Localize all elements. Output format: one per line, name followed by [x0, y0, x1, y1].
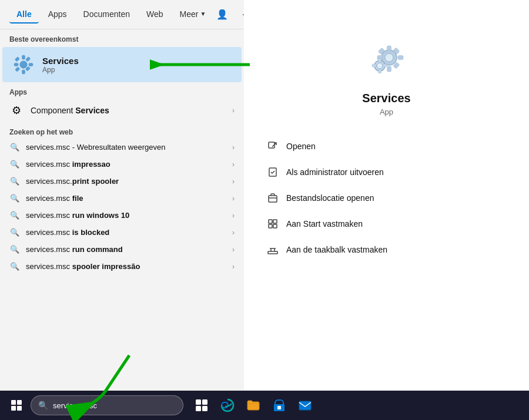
web-item-text-5: services.msc is blocked [26, 228, 226, 237]
svg-rect-48 [299, 401, 311, 410]
tab-alle[interactable]: Alle [9, 6, 39, 23]
taskbar-search-box[interactable]: 🔍 services.msc [31, 395, 183, 415]
svg-rect-25 [372, 64, 376, 67]
svg-rect-41 [17, 406, 22, 411]
web-item-2[interactable]: 🔍 services.msc.print spooler › [0, 173, 244, 190]
svg-point-12 [385, 53, 393, 62]
web-item-text-3: services.msc file [26, 194, 226, 203]
apps-section-label: Apps [0, 82, 244, 99]
svg-rect-26 [383, 64, 387, 67]
chevron-right-icon-1: › [232, 160, 235, 169]
tab-documenten[interactable]: Documenten [76, 6, 137, 23]
svg-rect-38 [11, 400, 16, 405]
svg-rect-14 [387, 66, 391, 72]
web-item-4[interactable]: 🔍 services.msc run windows 10 › [0, 207, 244, 224]
web-item-7[interactable]: 🔍 services.msc spooler impressão › [0, 258, 244, 275]
profile-icon-button[interactable]: 👤 [213, 5, 232, 24]
svg-rect-16 [398, 56, 403, 60]
action-pin-start[interactable]: Aan Start vastmaken [262, 211, 511, 236]
tab-meer[interactable]: Meer ▼ [173, 6, 213, 23]
svg-rect-42 [196, 399, 201, 405]
component-services-item[interactable]: ⚙ Component Services › [0, 99, 244, 122]
taskbar: 🔍 services.msc [0, 391, 529, 420]
tab-apps[interactable]: Apps [41, 6, 74, 23]
chevron-right-icon-3: › [232, 194, 235, 203]
mail-button[interactable] [294, 394, 316, 416]
right-app-type: App [380, 107, 393, 116]
web-item-text-4: services.msc run windows 10 [26, 211, 226, 220]
task-view-button[interactable] [190, 394, 213, 416]
taskbar-search-icon: 🔍 [38, 401, 48, 410]
services-app-icon [12, 53, 35, 76]
edge-button[interactable] [216, 394, 239, 416]
best-match-item[interactable]: Services App [2, 47, 242, 82]
action-location-text: Bestandslocatie openen [286, 193, 374, 203]
pin-taskbar-icon [266, 243, 279, 256]
svg-rect-32 [273, 220, 277, 223]
web-item-6[interactable]: 🔍 services.msc run command › [0, 241, 244, 258]
tabs-left: Alle Apps Documenten Web Meer ▼ [9, 6, 213, 23]
tabs-bar: Alle Apps Documenten Web Meer ▼ 👤 ··· [0, 0, 244, 29]
action-admin[interactable]: Als administrator uitvoeren [262, 160, 511, 184]
svg-rect-35 [268, 251, 277, 254]
action-admin-text: Als administrator uitvoeren [286, 167, 384, 177]
action-pin-start-text: Aan Start vastmaken [286, 219, 363, 229]
svg-rect-7 [15, 67, 19, 72]
action-open[interactable]: Openen [262, 134, 511, 159]
svg-rect-45 [202, 406, 207, 411]
search-icon-5: 🔍 [9, 228, 20, 237]
chevron-right-icon-5: › [232, 229, 235, 237]
web-item-5[interactable]: 🔍 services.msc is blocked › [0, 224, 244, 241]
action-open-text: Openen [286, 142, 316, 151]
chevron-right-icon-7: › [232, 263, 235, 271]
search-icon-2: 🔍 [9, 177, 20, 186]
tab-web[interactable]: Web [139, 6, 170, 23]
right-app-icon [363, 35, 410, 82]
right-actions: Openen Als administrator uitvoeren Besta… [244, 134, 529, 262]
open-icon [266, 140, 279, 153]
store-button[interactable] [268, 394, 290, 416]
web-item-text-1: services.msc impressao [26, 160, 226, 169]
pin-start-icon [266, 217, 279, 230]
web-item-text-2: services.msc.print spooler [26, 177, 226, 186]
chevron-right-icon-0: › [232, 143, 235, 152]
svg-rect-24 [378, 69, 381, 73]
web-item-1[interactable]: 🔍 services.msc impressao › [0, 156, 244, 173]
web-item-text-6: services.msc run command [26, 245, 226, 254]
search-icon-1: 🔍 [9, 160, 20, 169]
chevron-right-icon-2: › [232, 177, 235, 186]
chevron-right-icon: › [232, 106, 235, 115]
svg-rect-33 [269, 224, 272, 228]
search-icon-4: 🔍 [9, 211, 20, 220]
svg-point-0 [20, 61, 27, 68]
web-item-3[interactable]: 🔍 services.msc file › [0, 190, 244, 207]
svg-rect-40 [11, 406, 16, 411]
best-match-label: Beste overeenkomst [0, 29, 244, 47]
admin-icon [266, 166, 279, 179]
start-button[interactable] [5, 394, 28, 417]
svg-rect-4 [29, 63, 33, 66]
file-explorer-button[interactable] [242, 394, 264, 416]
chevron-down-icon: ▼ [200, 11, 206, 17]
web-item-text-7: services.msc spooler impressão [26, 262, 226, 271]
search-icon-6: 🔍 [9, 245, 20, 254]
profile-icon: 👤 [216, 9, 228, 20]
action-location[interactable]: Bestandslocatie openen [262, 186, 511, 210]
taskbar-search-text: services.msc [53, 401, 97, 410]
component-services-icon: ⚙ [9, 103, 24, 117]
web-section-label: Zoeken op het web [0, 122, 244, 139]
svg-rect-5 [15, 56, 19, 61]
taskbar-icons [190, 394, 316, 416]
search-icon-0: 🔍 [9, 143, 20, 152]
svg-rect-2 [22, 70, 25, 74]
svg-rect-23 [378, 59, 381, 63]
action-pin-taskbar[interactable]: Aan de taakbalk vastmaken [262, 237, 511, 262]
search-panel: Alle Apps Documenten Web Meer ▼ 👤 ··· Be… [0, 0, 529, 391]
svg-rect-39 [17, 400, 22, 405]
svg-rect-6 [25, 56, 30, 61]
right-app-name: Services [362, 92, 410, 105]
svg-rect-43 [202, 399, 207, 405]
web-item-0[interactable]: 🔍 services.msc - Webresultaten weergeven… [0, 139, 244, 156]
best-match-subtitle: App [42, 66, 232, 74]
svg-point-22 [377, 63, 383, 69]
